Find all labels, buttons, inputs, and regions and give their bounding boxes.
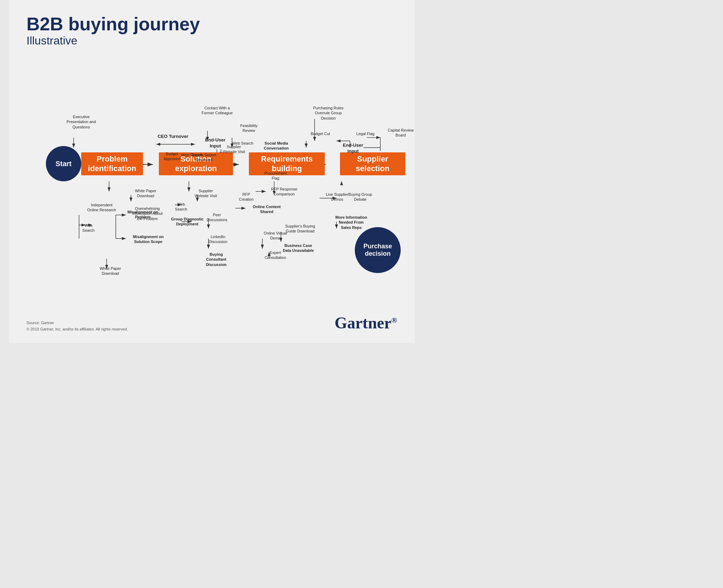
annotation-end-user-input-right: End-User Input xyxy=(337,143,369,154)
footer-source: Source: Gartner © 2019 Gartner, Inc. and… xyxy=(26,320,128,332)
annotation-social-media: Social Media Conversation xyxy=(259,141,293,151)
arrows-svg xyxy=(26,54,397,308)
slide: B2B buying journey Illustrative xyxy=(9,0,415,343)
gartner-logo: Gartner® xyxy=(335,314,397,332)
title-sub: Illustrative xyxy=(26,34,397,47)
annotation-independent-research: Independent Online Research xyxy=(86,202,118,213)
annotation-online-content: Online Content Shared xyxy=(252,204,282,214)
annotation-rfp-creation: RFP Creation xyxy=(235,192,258,202)
annotation-white-paper-bottom: White Paper Download xyxy=(95,266,125,276)
stage-problem: Problem identification xyxy=(81,152,143,175)
annotation-contact: Contact With a Former Colleague xyxy=(199,105,235,116)
annotation-legal-flag: Legal Flag xyxy=(355,131,376,136)
annotation-misalign-solution: Misalignment on Solution Scope xyxy=(131,234,166,244)
annotation-web-search-prob: Web Search xyxy=(79,223,98,233)
annotation-ceo: CEO Turnover xyxy=(157,134,189,140)
title-main: B2B buying journey xyxy=(26,14,397,34)
annotation-purchasing-rules: Purchasing Rules Overrule Group Decision xyxy=(309,105,348,121)
annotation-supplier-visit-above: Supplier Website Visit xyxy=(221,144,247,154)
purchase-circle: Purchase decision xyxy=(355,227,401,273)
annotation-budget-cut: Budget Cut xyxy=(309,131,332,136)
annotation-peer-discussions: Peer Discussions xyxy=(204,212,230,223)
diagram: Start Problem identification Solution ex… xyxy=(26,54,397,308)
annotation-executive: Executive Presentation and Questions xyxy=(62,114,101,129)
annotation-trends: Trends Report Reviewed xyxy=(189,152,219,163)
stage-supplier: Supplier selection xyxy=(340,152,405,175)
annotation-group-diagnostic: Group Diagnostic Deployment xyxy=(171,217,204,227)
start-circle: Start xyxy=(46,146,81,181)
annotation-buying-guide: Supplier's Buying Guide Download xyxy=(284,224,316,234)
annotation-linkedin: LinkedIn Discussion xyxy=(205,234,231,244)
annotation-procurement-flag: Procurement Flag xyxy=(262,171,289,181)
annotation-supplier-visit-below: Supplier Website Visit xyxy=(192,188,220,199)
annotation-feasibility: Feasibility Review xyxy=(235,123,263,133)
annotation-more-info: More Information Needed From Sales Reps xyxy=(334,215,369,230)
footer: Source: Gartner © 2019 Gartner, Inc. and… xyxy=(26,314,397,332)
annotation-white-paper-top: White Paper Download xyxy=(131,188,161,199)
annotation-buying-group-debate: Buying Group Debate xyxy=(347,192,374,202)
annotation-web-search-sol-below: Web Search xyxy=(171,202,192,212)
annotation-overwhelming: Overwhelming Information About the Probl… xyxy=(131,206,164,221)
annotation-business-case: Business Case Data Unavailable xyxy=(281,243,316,253)
annotation-buying-consultant: Buying Consultant Discussion xyxy=(199,252,233,267)
annotation-rfp-response: RFP Response Comparison xyxy=(268,187,300,197)
annotation-capital-review: Capital Review Board xyxy=(387,128,415,138)
